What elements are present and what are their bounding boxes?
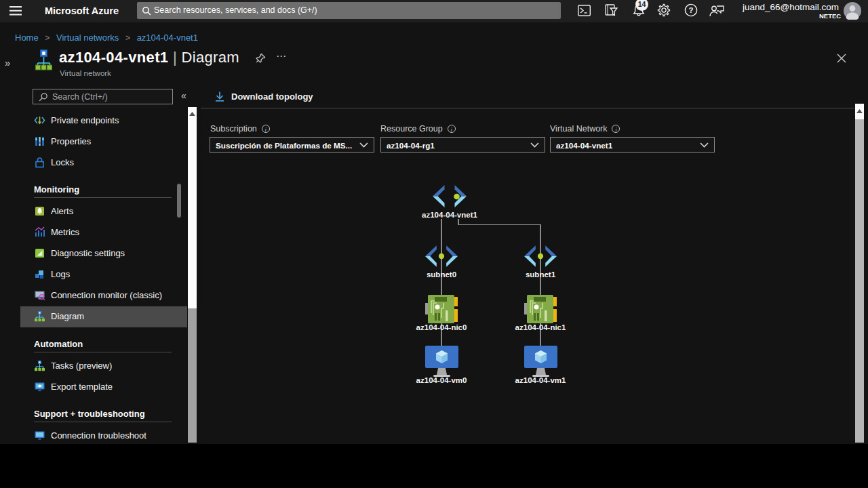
svg-text:?: ? <box>688 6 693 14</box>
